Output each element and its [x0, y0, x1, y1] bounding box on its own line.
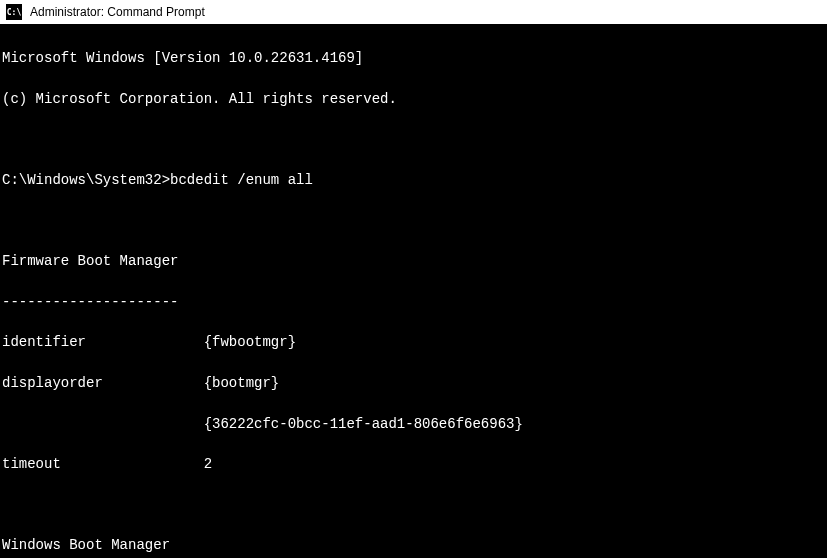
- prompt-path: C:\Windows\System32>: [2, 172, 170, 188]
- blank-line: [2, 211, 825, 231]
- copyright-line: (c) Microsoft Corporation. All rights re…: [2, 89, 825, 109]
- blank-line: [2, 129, 825, 149]
- terminal-output[interactable]: Microsoft Windows [Version 10.0.22631.41…: [0, 24, 827, 558]
- prompt-line: C:\Windows\System32>bcdedit /enum all: [2, 170, 825, 190]
- prompt-command: bcdedit /enum all: [170, 172, 313, 188]
- fbm-timeout: timeout2: [2, 454, 825, 474]
- window-title: Administrator: Command Prompt: [30, 5, 205, 19]
- cmd-icon: C:\: [6, 4, 22, 20]
- titlebar[interactable]: C:\ Administrator: Command Prompt: [0, 0, 827, 24]
- blank-line: [2, 495, 825, 515]
- section-title-fbm: Firmware Boot Manager: [2, 251, 825, 271]
- fbm-identifier: identifier{fwbootmgr}: [2, 332, 825, 352]
- fbm-displayorder-2: {36222cfc-0bcc-11ef-aad1-806e6f6e6963}: [2, 414, 825, 434]
- section-sep-fbm: ---------------------: [2, 292, 825, 312]
- section-title-wbm: Windows Boot Manager: [2, 535, 825, 555]
- version-line: Microsoft Windows [Version 10.0.22631.41…: [2, 48, 825, 68]
- fbm-displayorder: displayorder{bootmgr}: [2, 373, 825, 393]
